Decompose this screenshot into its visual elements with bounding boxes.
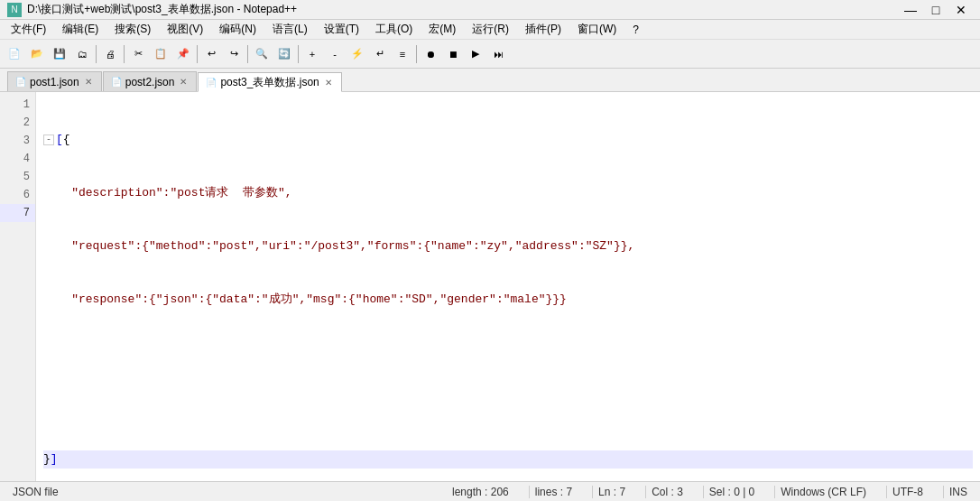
title-bar-left: N D:\接口测试+web测试\post3_表单数据.json - Notepa… (7, 2, 297, 17)
tab-post3-close[interactable]: ✕ (323, 78, 334, 88)
line-num-1: 1 (0, 96, 35, 114)
tab-post3-icon: 📄 (206, 78, 217, 88)
toolbar-macro-rec[interactable]: ⏺ (420, 43, 441, 65)
toolbar-sep5 (298, 45, 299, 63)
editor-content[interactable]: -[{ "description":"post请求 带参数", "request… (36, 92, 980, 481)
tab-post1-icon: 📄 (15, 77, 26, 87)
toolbar-save[interactable]: 💾 (49, 43, 70, 65)
title-bar-text: D:\接口测试+web测试\post3_表单数据.json - Notepad+… (27, 2, 297, 17)
menu-help[interactable]: ? (625, 21, 646, 39)
status-line-ending: Windows (CR LF) (774, 486, 872, 498)
menu-window[interactable]: 窗口(W) (570, 21, 624, 39)
menu-encode[interactable]: 编码(N) (212, 21, 263, 39)
menu-macro[interactable]: 宏(M) (421, 21, 463, 39)
toolbar-sep6 (416, 45, 417, 63)
toolbar-replace[interactable]: 🔄 (273, 43, 295, 65)
toolbar-macro-run[interactable]: ⏭ (487, 43, 509, 65)
toolbar-indent[interactable]: ≡ (392, 43, 413, 65)
line-num-5: 5 (0, 168, 35, 186)
status-encoding: UTF-8 (886, 486, 929, 498)
menu-language[interactable]: 语言(L) (265, 21, 315, 39)
tab-post1[interactable]: 📄 post1.json ✕ (7, 71, 102, 91)
close-button[interactable]: ✕ (949, 2, 973, 18)
menu-run[interactable]: 运行(R) (465, 21, 516, 39)
toolbar-sep3 (197, 45, 198, 63)
toolbar-macro-stop[interactable]: ⏹ (442, 43, 464, 65)
line-numbers: 1 2 3 4 5 6 7 (0, 92, 36, 481)
toolbar-sync[interactable]: ⚡ (347, 43, 368, 65)
toolbar-copy[interactable]: 📋 (150, 43, 171, 65)
menu-tools[interactable]: 工具(O) (368, 21, 420, 39)
tab-post3[interactable]: 📄 post3_表单数据.json ✕ (198, 72, 341, 92)
toolbar-print[interactable]: 🖨 (99, 43, 121, 65)
toolbar-zoom-in[interactable]: + (301, 43, 323, 65)
toolbar-zoom-out[interactable]: - (324, 43, 346, 65)
code-line-5 (43, 344, 973, 362)
toolbar-open[interactable]: 📂 (26, 43, 48, 65)
status-filetype: JSON file (7, 486, 64, 498)
menu-settings[interactable]: 设置(T) (317, 21, 366, 39)
tab-post1-label: post1.json (30, 76, 79, 88)
status-lines: lines : 7 (529, 486, 578, 498)
line-num-6: 6 (0, 186, 35, 204)
status-ln: Ln : 7 (592, 486, 631, 498)
menu-plugins[interactable]: 插件(P) (518, 21, 569, 39)
title-bar: N D:\接口测试+web测试\post3_表单数据.json - Notepa… (0, 0, 980, 20)
toolbar-sep2 (124, 45, 125, 63)
tab-bar: 📄 post1.json ✕ 📄 post2.json ✕ 📄 post3_表单… (0, 69, 980, 92)
status-length: length : 206 (447, 486, 514, 498)
app-icon: N (7, 3, 22, 17)
line-num-4: 4 (0, 150, 35, 168)
toolbar: 📄 📂 💾 🗂 🖨 ✂ 📋 📌 ↩ ↪ 🔍 🔄 + - ⚡ ↵ ≡ ⏺ ⏹ ▶ … (0, 40, 980, 69)
menu-bar: 文件(F) 编辑(E) 搜索(S) 视图(V) 编码(N) 语言(L) 设置(T… (0, 20, 980, 40)
maximize-button[interactable]: □ (924, 2, 948, 18)
code-line-6 (43, 397, 973, 415)
toolbar-undo[interactable]: ↩ (200, 43, 222, 65)
code-line-1: -[{ (43, 131, 973, 149)
status-ins: INS (943, 486, 973, 498)
toolbar-redo[interactable]: ↪ (223, 43, 245, 65)
tab-post2[interactable]: 📄 post2.json ✕ (103, 71, 198, 91)
menu-view[interactable]: 视图(V) (160, 21, 210, 39)
collapse-1[interactable]: - (43, 135, 54, 145)
toolbar-new[interactable]: 📄 (4, 43, 25, 65)
title-bar-controls: — □ ✕ (899, 2, 973, 18)
code-line-7: }] (43, 450, 973, 469)
toolbar-macro-play[interactable]: ▶ (465, 43, 486, 65)
tab-post2-icon: 📄 (111, 77, 122, 87)
tab-post2-close[interactable]: ✕ (178, 77, 189, 87)
code-line-2: "description":"post请求 带参数", (43, 184, 973, 202)
toolbar-sep1 (96, 45, 97, 63)
status-col: Col : 3 (645, 486, 689, 498)
toolbar-wrap[interactable]: ↵ (369, 43, 391, 65)
line-num-2: 2 (0, 114, 35, 132)
status-right: length : 206 lines : 7 Ln : 7 Col : 3 Se… (447, 486, 973, 498)
menu-file[interactable]: 文件(F) (4, 21, 53, 39)
line-num-7: 7 (0, 204, 35, 222)
status-sel: Sel : 0 | 0 (703, 486, 760, 498)
tab-post3-label: post3_表单数据.json (220, 75, 319, 90)
status-bar: JSON file length : 206 lines : 7 Ln : 7 … (0, 481, 980, 501)
code-line-3: "request":{"method":"post","uri":"/post3… (43, 237, 973, 255)
code-line-4: "response":{"json":{"data":"成功","msg":{"… (43, 291, 973, 309)
editor-container: 1 2 3 4 5 6 7 -[{ "description":"post请求 … (0, 92, 980, 481)
menu-search[interactable]: 搜索(S) (107, 21, 158, 39)
toolbar-find[interactable]: 🔍 (251, 43, 273, 65)
toolbar-sep4 (247, 45, 248, 63)
menu-edit[interactable]: 编辑(E) (55, 21, 106, 39)
tab-post2-label: post2.json (125, 76, 175, 88)
tab-post1-close[interactable]: ✕ (83, 77, 94, 87)
minimize-button[interactable]: — (899, 2, 922, 18)
toolbar-cut[interactable]: ✂ (127, 43, 149, 65)
toolbar-paste[interactable]: 📌 (172, 43, 194, 65)
toolbar-saveall[interactable]: 🗂 (71, 43, 93, 65)
line-num-3: 3 (0, 132, 35, 150)
